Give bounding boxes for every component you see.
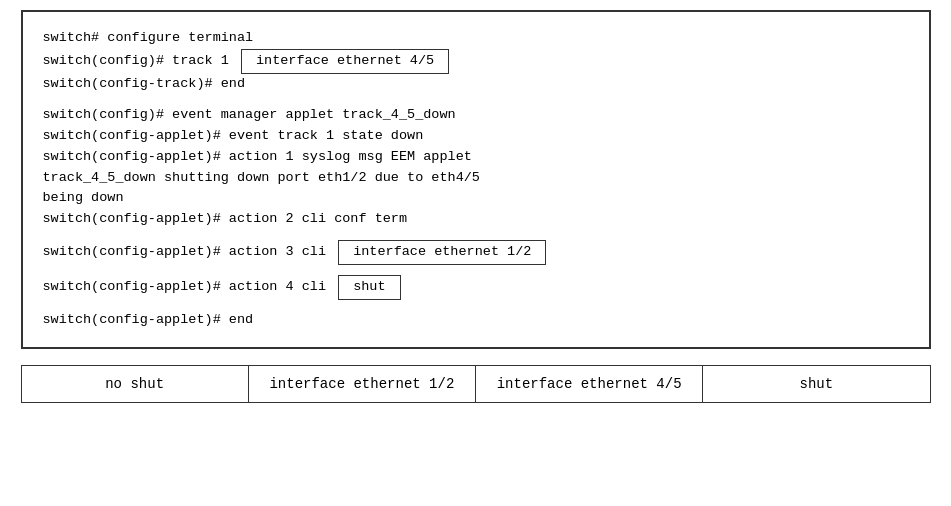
terminal-line-3: switch(config-track)# end: [43, 74, 909, 95]
action3-interface-box: interface ethernet 1/2: [338, 240, 546, 265]
track-interface-box: interface ethernet 4/5: [241, 49, 449, 74]
line4-text: switch(config)# event manager applet tra…: [43, 105, 456, 126]
line2-prefix: switch(config)# track 1: [43, 51, 237, 72]
line1-text: switch# configure terminal: [43, 28, 254, 49]
terminal-line-7: track_4_5_down shutting down port eth1/2…: [43, 168, 909, 189]
spacer-1: [43, 95, 909, 105]
terminal-line-5: switch(config-applet)# event track 1 sta…: [43, 126, 909, 147]
line9-text: switch(config-applet)# action 2 cli conf…: [43, 209, 408, 230]
terminal-line-12: switch(config-applet)# end: [43, 310, 909, 331]
line10-prefix: switch(config-applet)# action 3 cli: [43, 242, 335, 263]
line5-text: switch(config-applet)# event track 1 sta…: [43, 126, 424, 147]
terminal-line-2: switch(config)# track 1 interface ethern…: [43, 49, 909, 74]
terminal-line-10: switch(config-applet)# action 3 cli inte…: [43, 240, 909, 265]
option-shut[interactable]: shut: [703, 366, 929, 402]
line7-text: track_4_5_down shutting down port eth1/2…: [43, 168, 480, 189]
line8-text: being down: [43, 188, 124, 209]
spacer-2: [43, 230, 909, 240]
line11-prefix: switch(config-applet)# action 4 cli: [43, 277, 335, 298]
options-bar: no shut interface ethernet 1/2 interface…: [21, 365, 931, 403]
option-no-shut[interactable]: no shut: [22, 366, 249, 402]
option-interface-eth45[interactable]: interface ethernet 4/5: [476, 366, 703, 402]
terminal-line-4: switch(config)# event manager applet tra…: [43, 105, 909, 126]
option-interface-eth12[interactable]: interface ethernet 1/2: [249, 366, 476, 402]
terminal-line-6: switch(config-applet)# action 1 syslog m…: [43, 147, 909, 168]
terminal-line-9: switch(config-applet)# action 2 cli conf…: [43, 209, 909, 230]
spacer-3: [43, 265, 909, 275]
line12-text: switch(config-applet)# end: [43, 310, 254, 331]
terminal-line-1: switch# configure terminal: [43, 28, 909, 49]
line6-text: switch(config-applet)# action 1 syslog m…: [43, 147, 472, 168]
terminal-box: switch# configure terminal switch(config…: [21, 10, 931, 349]
terminal-line-8: being down: [43, 188, 909, 209]
line3-text: switch(config-track)# end: [43, 74, 246, 95]
action4-shut-box: shut: [338, 275, 400, 300]
terminal-line-11: switch(config-applet)# action 4 cli shut: [43, 275, 909, 300]
spacer-4: [43, 300, 909, 310]
